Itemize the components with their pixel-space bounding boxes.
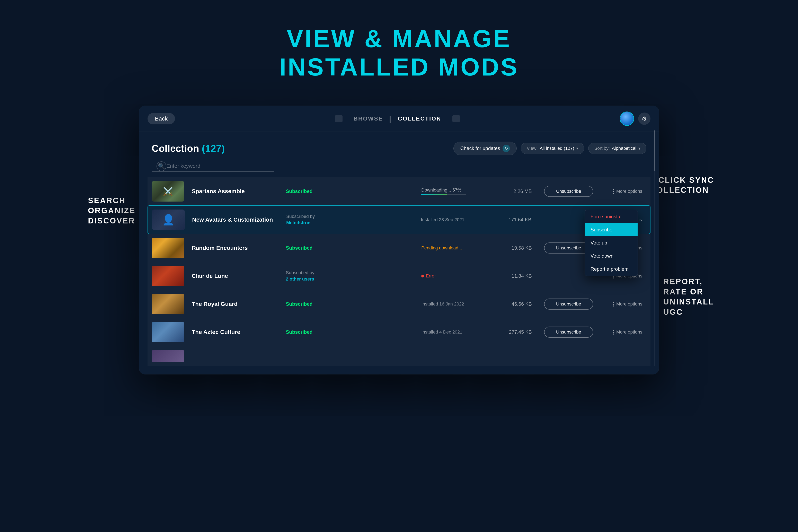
thumb-partial-img xyxy=(152,350,184,362)
mod-thumbnail-clair xyxy=(152,266,184,286)
view-dropdown[interactable]: View: All installed (127) ▾ xyxy=(521,142,584,154)
ctx-force-uninstall[interactable]: Force uninstall xyxy=(585,210,638,223)
nav-links: BROWSE | COLLECTION xyxy=(347,114,448,123)
sort-label: Sort by: xyxy=(594,146,610,151)
scroll-thumb[interactable] xyxy=(654,130,656,171)
more-label-spartans: More options xyxy=(616,189,642,194)
mod-status-aztec: Subscribed xyxy=(278,329,421,335)
settings-icon: ⚙ xyxy=(642,115,647,122)
subscribed-label-encounters: Subscribed xyxy=(286,245,313,251)
mod-action-royal: Unsubscribe xyxy=(540,299,597,309)
thumb-avatars-img: 👤 xyxy=(152,210,185,230)
subscriber-name-clair: 2 other users xyxy=(286,277,314,282)
app-nav: Back BROWSE | COLLECTION ⚙ xyxy=(139,106,659,132)
download-info-spartans: Downloading... 57% xyxy=(421,187,499,195)
mod-status-spartans: Subscribed xyxy=(278,188,421,194)
mod-name-clair: Clair de Lune xyxy=(192,273,278,279)
table-row: The Royal Guard Subscribed Installed 16 … xyxy=(148,290,650,318)
browse-icon-left xyxy=(335,115,343,122)
unsubscribe-button-royal[interactable]: Unsubscribe xyxy=(544,299,593,309)
mod-status-clair: Subscribed by2 other users xyxy=(278,270,421,282)
mod-install-avatars: Installed 23 Sep 2021 xyxy=(421,217,499,223)
error-dot-icon xyxy=(421,274,424,278)
context-menu: Force uninstall Subscribe Vote up Vote d… xyxy=(585,210,638,276)
ctx-vote-up[interactable]: Vote up xyxy=(585,236,638,249)
mods-list: Spartans Assemble Subscribed Downloading… xyxy=(139,177,659,374)
annotation-right-top: 1 CLICK SYNC COLLECTION xyxy=(650,175,714,195)
ctx-vote-down[interactable]: Vote down xyxy=(585,249,638,263)
more-dots-icon-spartans xyxy=(613,189,614,194)
mod-size-avatars: 171.64 KB xyxy=(499,217,539,223)
download-fill-spartans xyxy=(421,194,447,195)
mod-status-avatars: Subscribed byMelodstron xyxy=(278,213,421,226)
sync-icon: ↻ xyxy=(502,145,510,152)
table-row xyxy=(148,346,650,366)
mod-install-royal: Installed 16 Jan 2022 xyxy=(421,301,499,307)
subscriber-name-avatars: Melodstron xyxy=(286,220,310,225)
mod-name-encounters: Random Encounters xyxy=(192,245,278,251)
mod-size-spartans: 2.26 MB xyxy=(499,188,540,194)
collection-count: (127) xyxy=(202,143,225,154)
subscribed-by-label-avatars: Subscribed byMelodstron xyxy=(286,213,315,226)
search-input[interactable] xyxy=(152,161,274,172)
settings-button[interactable]: ⚙ xyxy=(638,113,650,125)
check-updates-label: Check for updates xyxy=(460,146,500,151)
download-label-spartans: Downloading... 57% xyxy=(421,187,499,193)
page-wrapper: VIEW & MANAGE INSTALLED MODS SEARCH ORGA… xyxy=(0,0,798,532)
error-label-clair: Error xyxy=(426,273,436,279)
mod-name-royal: The Royal Guard xyxy=(192,301,278,307)
ctx-subscribe[interactable]: Subscribe xyxy=(585,223,638,236)
mod-thumbnail-royal xyxy=(152,294,184,314)
search-bar-wrap: 🔍 xyxy=(139,161,659,177)
ctx-report[interactable]: Report a problem xyxy=(585,263,638,276)
download-bar-spartans xyxy=(421,194,466,195)
mod-size-clair: 11.84 KB xyxy=(499,273,540,279)
nav-collection[interactable]: COLLECTION xyxy=(392,115,448,122)
nav-right: ⚙ xyxy=(620,112,650,126)
subscribed-label-aztec: Subscribed xyxy=(286,329,313,335)
page-title: VIEW & MANAGE INSTALLED MODS xyxy=(279,24,519,81)
more-dots-icon-aztec xyxy=(613,330,614,335)
nav-separator: | xyxy=(389,114,392,123)
annotation-right-bottom: REPORT, RATE OR UNINSTALL UGC xyxy=(663,277,714,317)
error-status-clair: Error xyxy=(421,273,499,279)
thumb-royal-img xyxy=(152,294,184,314)
mod-status-royal: Subscribed xyxy=(278,301,421,307)
more-options-royal[interactable]: More options xyxy=(597,301,646,307)
mod-size-encounters: 19.58 KB xyxy=(499,245,540,251)
avatar[interactable] xyxy=(620,112,634,126)
view-chevron-icon: ▾ xyxy=(576,146,578,151)
sort-dropdown[interactable]: Sort by: Alphabetical ▾ xyxy=(588,142,646,154)
mod-install-encounters: Pending download... xyxy=(421,245,499,251)
thumb-encounters-img xyxy=(152,238,184,258)
thumb-clair-img xyxy=(152,266,184,286)
annotation-left: SEARCH ORGANIZE DISCOVER xyxy=(88,196,136,226)
subscribed-by-label-clair: Subscribed by2 other users xyxy=(286,270,314,282)
mod-thumbnail-aztec xyxy=(152,322,184,342)
collection-header: Collection (127) Check for updates ↻ Vie… xyxy=(139,132,659,161)
mod-name-aztec: The Aztec Culture xyxy=(192,329,278,335)
collection-title: Collection (127) xyxy=(152,143,225,154)
mod-status-encounters: Subscribed xyxy=(278,245,421,251)
nav-browse[interactable]: BROWSE xyxy=(347,115,389,122)
back-button[interactable]: Back xyxy=(148,113,175,125)
search-icon: 🔍 xyxy=(156,162,166,171)
mod-thumbnail-encounters xyxy=(152,238,184,258)
avatar-inner xyxy=(621,112,633,125)
unsubscribe-button-spartans[interactable]: Unsubscribe xyxy=(544,186,593,197)
app-window: Back BROWSE | COLLECTION ⚙ xyxy=(139,106,659,375)
view-value: All installed (127) xyxy=(540,146,574,151)
mod-install-aztec: Installed 4 Dec 2021 xyxy=(421,329,499,335)
mod-action-spartans: Unsubscribe xyxy=(540,186,597,197)
unsubscribe-button-aztec[interactable]: Unsubscribe xyxy=(544,327,593,338)
main-container: SEARCH ORGANIZE DISCOVER 1 CLICK SYNC CO… xyxy=(82,106,716,375)
more-label-royal: More options xyxy=(616,301,642,307)
thumb-spartans-img xyxy=(152,181,184,202)
more-options-spartans[interactable]: More options xyxy=(597,189,646,194)
table-row: 👤 New Avatars & Customization Subscribed… xyxy=(148,205,650,234)
table-row: The Aztec Culture Subscribed Installed 4… xyxy=(148,318,650,346)
more-options-aztec[interactable]: More options xyxy=(597,329,646,335)
scroll-track xyxy=(654,130,656,366)
check-updates-button[interactable]: Check for updates ↻ xyxy=(453,141,517,155)
subscribed-label-royal: Subscribed xyxy=(286,301,313,307)
